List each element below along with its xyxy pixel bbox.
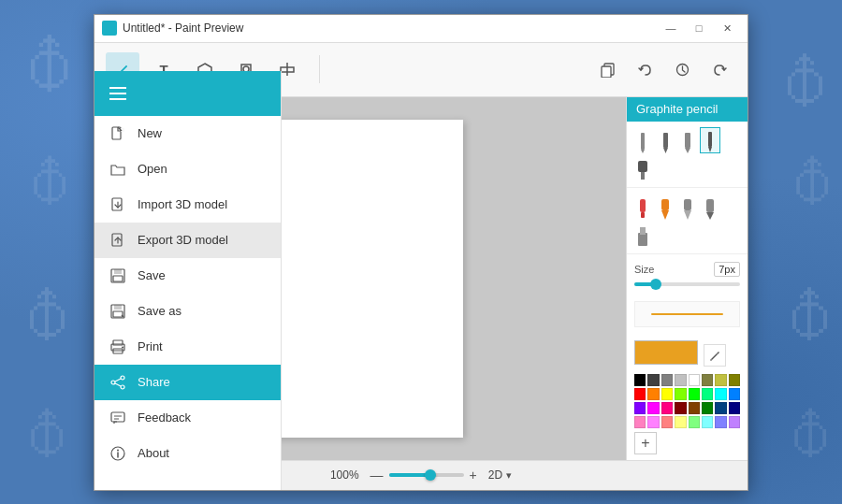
current-color-swatch[interactable] [634,340,698,365]
svg-point-54 [117,449,119,451]
zoom-slider-thumb[interactable] [425,469,436,481]
view-mode-dropdown[interactable]: ▾ [506,469,512,482]
menu-item-save[interactable]: Save [94,258,281,294]
svg-rect-30 [112,198,122,210]
menu-item-export[interactable]: Export 3D model [94,223,281,258]
svg-rect-49 [111,412,124,422]
export-icon [109,232,126,249]
brush-type-10[interactable] [632,222,653,248]
menu-label-open: Open [138,162,167,176]
svg-rect-18 [641,212,645,218]
menu-item-print[interactable]: Print [94,329,281,365]
brush-type-4[interactable] [700,127,720,153]
swatch-navy2[interactable] [715,402,726,414]
svg-line-48 [115,383,121,386]
swatch-lightcyan[interactable] [702,416,713,428]
swatch-gray[interactable] [661,374,673,386]
add-color-button[interactable]: + [634,432,657,454]
swatch-lightgray[interactable] [675,374,686,386]
swatch-pink[interactable] [634,416,646,428]
menu-item-share[interactable]: Share [94,365,281,400]
undo-button[interactable] [628,52,661,86]
swatch-salmon[interactable] [661,416,673,428]
size-label: Size [634,264,654,275]
swatch-lightgreen[interactable] [689,416,700,428]
brush-type-5[interactable] [632,155,653,181]
swatch-yellow2[interactable] [715,374,726,386]
swatch-darkred[interactable] [675,402,686,414]
menu-item-saveas[interactable]: Save as [94,294,281,329]
svg-rect-11 [685,133,690,148]
swatch-aqua[interactable] [702,388,713,400]
svg-rect-36 [113,276,123,281]
swatch-magenta[interactable] [647,402,659,414]
brush-type-1[interactable] [632,127,653,153]
right-panel: Graphite pencil [626,97,748,460]
swatch-lightyellow[interactable] [675,416,686,428]
svg-point-43 [122,346,123,348]
size-slider-thumb[interactable] [650,279,661,290]
swatch-black[interactable] [634,374,646,386]
swatch-violet[interactable] [634,402,646,414]
swatch-navy[interactable] [729,402,740,414]
svg-marker-8 [641,150,645,153]
swatch-lilac[interactable] [647,416,659,428]
swatch-cyan[interactable] [715,388,726,400]
copy-button[interactable] [590,52,624,86]
history-button[interactable] [665,52,699,86]
swatch-yellow[interactable] [661,388,673,400]
swatch-lime[interactable] [675,388,686,400]
zoom-plus-button[interactable]: + [470,468,477,482]
menu-item-new[interactable]: New [94,116,281,151]
swatch-periwinkle[interactable] [715,416,726,428]
app-icon [102,21,117,36]
edit-color-button[interactable] [704,344,726,367]
swatch-darkgray[interactable] [647,374,659,386]
menu-label-saveas: Save as [138,304,181,318]
size-slider[interactable] [634,282,740,286]
menu-item-about[interactable]: About [94,436,281,471]
minimize-button[interactable]: — [658,18,684,38]
color-row-4 [634,416,740,428]
open-icon [109,161,126,178]
saveas-icon [109,303,126,320]
app-body: T [94,43,748,490]
menu-item-import[interactable]: Import 3D model [94,187,281,223]
hamburger-line-3 [109,98,126,100]
swatch-darkgreen[interactable] [702,402,713,414]
hamburger-button[interactable] [109,87,126,100]
brush-type-6[interactable] [632,194,653,220]
zoom-minus-button[interactable]: — [370,468,384,482]
swatch-orange[interactable] [647,388,659,400]
brush-type-9[interactable] [700,194,720,220]
redo-button[interactable] [703,52,736,86]
size-label-row: Size 7px [634,262,740,277]
zoom-slider[interactable] [389,473,464,477]
swatch-darkolive[interactable] [729,374,740,386]
swatch-lavender[interactable] [729,416,740,428]
swatch-azure[interactable] [729,388,740,400]
size-value: 7px [714,262,740,277]
swatch-white[interactable] [689,374,700,386]
drawing-canvas[interactable] [257,120,463,438]
menu-header[interactable] [94,71,281,116]
svg-rect-26 [640,227,646,235]
menu-label-new: New [138,126,162,140]
title-bar: Untitled* - Paint Preview — □ ✕ [94,15,748,43]
svg-point-44 [121,376,124,380]
brush-type-3[interactable] [677,127,698,153]
swatch-brown[interactable] [689,402,700,414]
swatch-green[interactable] [689,388,700,400]
brush-types-row2 [627,188,748,254]
swatch-olive[interactable] [702,374,713,386]
brush-type-7[interactable] [655,194,675,220]
brush-type-2[interactable] [655,127,675,153]
brush-type-8[interactable] [677,194,698,220]
maximize-button[interactable]: □ [686,18,712,38]
swatch-rose[interactable] [661,402,673,414]
menu-item-feedback[interactable]: Feedback [94,400,281,436]
close-button[interactable]: ✕ [714,18,740,38]
swatch-red[interactable] [634,388,646,400]
menu-item-open[interactable]: Open [94,151,281,187]
svg-rect-21 [684,199,691,210]
